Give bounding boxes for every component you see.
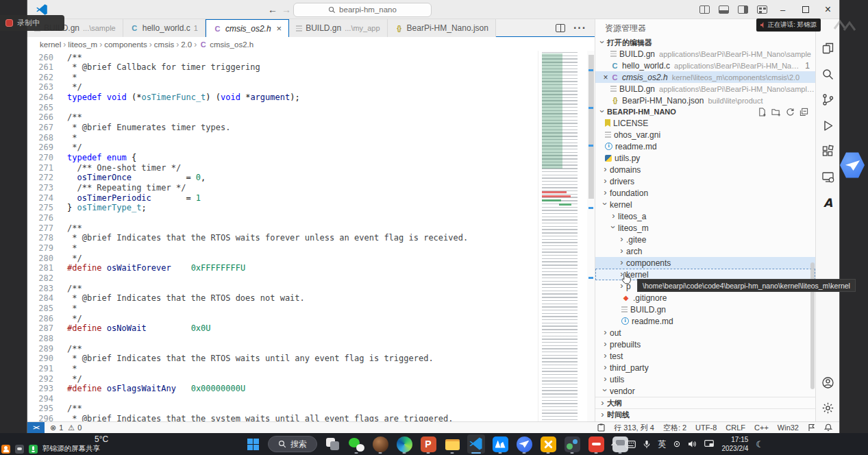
breadcrumb-item[interactable]: components xyxy=(104,40,147,49)
tree-item-BUILD.gn[interactable]: BUILD.gn xyxy=(595,304,815,315)
minimap[interactable] xyxy=(538,51,587,422)
tree-item-test[interactable]: ›test xyxy=(595,350,815,362)
close-icon[interactable]: × xyxy=(601,73,610,82)
location-icon[interactable] xyxy=(673,441,680,447)
vscode-taskbar-button[interactable] xyxy=(467,434,485,454)
tree-item-readme.md[interactable]: readme.md xyxy=(595,140,815,152)
breadcrumb-item[interactable]: cmsis xyxy=(154,40,174,49)
breadcrumb-item[interactable]: kernel xyxy=(40,40,61,49)
split-editor-icon[interactable] xyxy=(556,24,565,32)
tree-item-liteos_a[interactable]: ›liteos_a xyxy=(595,210,815,222)
speaker-icon[interactable] xyxy=(688,440,697,448)
tencent-meeting-taskbar-button[interactable] xyxy=(491,434,509,454)
screen-share-indicator[interactable]: 郭锦源的屏幕共享 xyxy=(0,443,100,455)
back-button[interactable]: ← xyxy=(266,3,280,16)
file-explorer-taskbar-button[interactable] xyxy=(443,434,461,454)
toggle-panel-icon[interactable] xyxy=(719,5,729,14)
clock[interactable]: 17:152023/2/4 xyxy=(721,435,748,453)
remote-indicator[interactable]: >< xyxy=(27,422,45,434)
status-item[interactable]: C++ xyxy=(754,423,769,432)
status-item[interactable]: UTF-8 xyxy=(695,423,717,432)
sunflower-taskbar-button[interactable] xyxy=(539,434,557,454)
status-item[interactable]: Win32 xyxy=(778,423,799,432)
tab-BUILD.gn[interactable]: BUILD.gn...\my_app xyxy=(289,19,387,37)
tree-item-.gitee[interactable]: ›.gitee xyxy=(595,234,815,245)
board-icon[interactable] xyxy=(597,423,605,432)
tab-hello_world.c[interactable]: hello_world.c1 xyxy=(123,19,206,37)
new-folder-icon[interactable] xyxy=(771,108,781,116)
tree-item-prebuilts[interactable]: ›prebuilts xyxy=(595,339,815,350)
close-button[interactable]: × xyxy=(817,0,839,19)
feishu-floating-ball[interactable] xyxy=(840,151,865,179)
powerpoint-taskbar-button[interactable] xyxy=(419,434,437,454)
flag-icon[interactable] xyxy=(808,423,815,432)
open-editors-header[interactable]: › 打开的编辑器 xyxy=(595,37,815,48)
tree-item-utils.py[interactable]: utils.py xyxy=(595,152,815,164)
tree-item-out[interactable]: ›out xyxy=(595,327,815,339)
breadcrumb-item[interactable]: 2.0 xyxy=(181,40,192,49)
touch-keyboard-icon[interactable] xyxy=(625,441,636,448)
more-actions-icon[interactable]: ··· xyxy=(573,22,586,34)
new-file-icon[interactable] xyxy=(758,108,767,116)
start-button[interactable] xyxy=(244,434,262,454)
tree-item-third_party[interactable]: ›third_party xyxy=(595,362,815,373)
minimize-button[interactable]: – xyxy=(771,0,794,19)
settings-icon[interactable] xyxy=(816,396,840,420)
editor-scrollbar-thumb[interactable] xyxy=(588,55,594,199)
status-item[interactable]: 行 313, 列 4 xyxy=(614,423,654,433)
microphone-icon[interactable] xyxy=(643,440,650,449)
command-center-search[interactable]: bearpi-hm_nano xyxy=(293,3,432,17)
tree-item-foundation[interactable]: ›foundation xyxy=(595,187,815,199)
wechat-taskbar-button[interactable] xyxy=(347,434,365,454)
tree-item-readme.md[interactable]: readme.md xyxy=(595,315,815,327)
hidden-icons-chevron[interactable] xyxy=(610,441,618,447)
tree-item-vendor[interactable]: ›vendor xyxy=(595,385,815,397)
close-icon[interactable]: × xyxy=(277,23,282,34)
task-view-taskbar-button[interactable] xyxy=(323,434,341,454)
explorer-icon[interactable] xyxy=(816,36,840,60)
taskbar-search[interactable]: 搜索 xyxy=(268,436,317,452)
tab-BearPi-HM_Nano.json[interactable]: BearPi-HM_Nano.json xyxy=(388,19,496,37)
tree-item-LICENSE[interactable]: LICENSE xyxy=(595,117,815,129)
panel-大纲[interactable]: ›大纲 xyxy=(595,397,815,408)
avatar-taskbar-button[interactable] xyxy=(371,434,389,454)
status-item[interactable]: 空格: 2 xyxy=(663,423,686,433)
tree-item-kernel[interactable]: ›kernel xyxy=(595,199,815,210)
do-not-disturb-moon-icon[interactable]: ☾ xyxy=(756,439,764,450)
problems-indicator[interactable]: ⊗1 ⚠0 xyxy=(45,423,82,432)
tree-item-utils[interactable]: ›utils xyxy=(595,373,815,385)
refresh-icon[interactable] xyxy=(786,108,795,116)
search-icon[interactable] xyxy=(816,62,840,86)
tree-item-domains[interactable]: ›domains xyxy=(595,164,815,175)
photos-taskbar-button[interactable] xyxy=(563,434,581,454)
open-editor-item[interactable]: hello_world.capplications\BearPi\BearPi-… xyxy=(595,60,815,71)
collapse-all-icon[interactable] xyxy=(799,108,808,116)
run-debug-icon[interactable] xyxy=(816,114,840,138)
open-editor-item[interactable]: ×cmsis_os2.hkernel\liteos_m\components\c… xyxy=(595,71,815,83)
source-control-icon[interactable] xyxy=(816,88,840,112)
breadcrumb-item[interactable]: cmsis_os2.h xyxy=(210,40,253,49)
toggle-secondary-sidebar-icon[interactable] xyxy=(738,5,748,14)
customize-layout-icon[interactable] xyxy=(757,5,767,14)
feishu-taskbar-button[interactable] xyxy=(515,434,533,454)
cast-display-icon[interactable] xyxy=(704,440,714,448)
extensions-icon[interactable] xyxy=(816,139,840,163)
deveco-icon[interactable]: A xyxy=(816,190,840,214)
panel-时间线[interactable]: ›时间线 xyxy=(595,408,815,420)
tree-item-arch[interactable]: ›arch xyxy=(595,245,815,257)
tree-item-components[interactable]: ›components xyxy=(595,257,815,269)
maximize-button[interactable] xyxy=(794,0,817,19)
ime-indicator[interactable]: 英 xyxy=(658,439,666,450)
code-editor[interactable]: 260/**261 * @brief Callback for timer tr… xyxy=(27,51,595,422)
recording-chip[interactable]: 录制中 xyxy=(0,15,64,31)
account-icon[interactable] xyxy=(816,371,840,395)
bell-icon[interactable] xyxy=(824,423,832,432)
open-editor-item[interactable]: BearPi-HM_Nano.jsonbuild\lite\product xyxy=(595,95,815,106)
open-editor-item[interactable]: BUILD.gnapplications\BearPi\BearPi-HM_Na… xyxy=(595,83,815,95)
forward-button[interactable]: → xyxy=(280,3,293,16)
tree-item-drivers[interactable]: ›drivers xyxy=(595,175,815,187)
tab-cmsis_os2.h[interactable]: cmsis_os2.h× xyxy=(206,19,289,37)
status-item[interactable]: CRLF xyxy=(726,423,745,432)
remote-explorer-icon[interactable] xyxy=(816,165,840,189)
red-app-taskbar-button[interactable] xyxy=(587,434,605,454)
